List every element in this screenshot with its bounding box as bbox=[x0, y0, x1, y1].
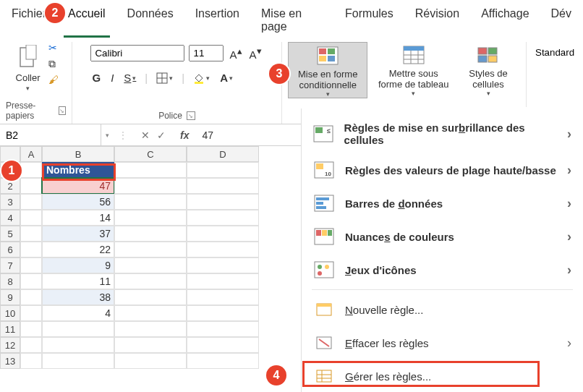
tab-insertion[interactable]: Insertion bbox=[191, 4, 244, 38]
cell-C4[interactable] bbox=[114, 210, 187, 226]
cell-B8[interactable]: 11 bbox=[42, 273, 114, 289]
dialog-launcher-icon[interactable]: ↘ bbox=[187, 111, 195, 120]
cell-C13[interactable] bbox=[114, 353, 187, 369]
cell-D12[interactable] bbox=[187, 337, 259, 353]
cell-D5[interactable] bbox=[187, 226, 259, 242]
cell-D1[interactable] bbox=[187, 162, 259, 178]
cell-A4[interactable] bbox=[20, 210, 42, 226]
cell-C8[interactable] bbox=[114, 273, 187, 289]
underline-button[interactable]: S▾ bbox=[122, 72, 137, 84]
tab-donnees[interactable]: Données bbox=[123, 4, 178, 38]
fill-color-button[interactable]: ▾ bbox=[192, 72, 211, 84]
tab-miseenpage[interactable]: Mise en page bbox=[257, 4, 328, 38]
row-header-5[interactable]: 5 bbox=[0, 226, 20, 242]
borders-button[interactable]: ▾ bbox=[155, 72, 174, 84]
row-header-9[interactable]: 9 bbox=[0, 289, 20, 305]
row-header-11[interactable]: 11 bbox=[0, 321, 20, 337]
cell-B11[interactable] bbox=[42, 321, 114, 337]
cell-B10[interactable]: 4 bbox=[42, 305, 114, 321]
col-header-A[interactable]: A bbox=[20, 146, 42, 162]
cell-A5[interactable] bbox=[20, 226, 42, 242]
row-header-10[interactable]: 10 bbox=[0, 305, 20, 321]
cell-A6[interactable] bbox=[20, 242, 42, 257]
decrease-font-icon[interactable]: A▾ bbox=[248, 46, 263, 61]
cell-D7[interactable] bbox=[187, 257, 259, 273]
row-header-4[interactable]: 4 bbox=[0, 210, 20, 226]
cell-C1[interactable] bbox=[114, 162, 187, 178]
cell-C6[interactable] bbox=[114, 242, 187, 257]
conditional-formatting-button[interactable]: Mise en forme conditionnelle▾ bbox=[288, 42, 367, 98]
row-header-12[interactable]: 12 bbox=[0, 337, 20, 353]
cell-A1[interactable] bbox=[20, 162, 42, 178]
tab-accueil[interactable]: Accueil bbox=[64, 4, 110, 38]
cell-B5[interactable]: 37 bbox=[42, 226, 114, 242]
menu-manage-rules[interactable]: Gérer les règles... bbox=[306, 359, 579, 392]
cell-A9[interactable] bbox=[20, 289, 42, 305]
cell-D13[interactable] bbox=[187, 353, 259, 369]
cell-B3[interactable]: 56 bbox=[42, 194, 114, 210]
cell-C3[interactable] bbox=[114, 194, 187, 210]
row-header-8[interactable]: 8 bbox=[0, 273, 20, 289]
row-header-7[interactable]: 7 bbox=[0, 257, 20, 273]
font-color-button[interactable]: A▾ bbox=[218, 72, 234, 84]
cell-A2[interactable] bbox=[20, 178, 42, 194]
menu-top-bottom-rules[interactable]: 10 Règles des valeurs de plage haute/bas… bbox=[306, 153, 579, 187]
cell-C10[interactable] bbox=[114, 305, 187, 321]
cell-B4[interactable]: 14 bbox=[42, 210, 114, 226]
cell-B1[interactable]: Nombres bbox=[42, 162, 114, 178]
menu-color-scales[interactable]: Nuances de couleurs › bbox=[306, 220, 579, 253]
cell-A12[interactable] bbox=[20, 337, 42, 353]
dialog-launcher-icon[interactable]: ↘ bbox=[59, 106, 66, 115]
cell-styles-button[interactable]: Styles de cellules▾ bbox=[459, 42, 517, 97]
cell-A11[interactable] bbox=[20, 321, 42, 337]
cell-B9[interactable]: 38 bbox=[42, 289, 114, 305]
col-header-D[interactable]: D bbox=[187, 146, 259, 162]
cell-A8[interactable] bbox=[20, 273, 42, 289]
row-header-3[interactable]: 3 bbox=[0, 194, 20, 210]
tab-fichier[interactable]: Fichier bbox=[7, 4, 51, 38]
bold-button[interactable]: G bbox=[90, 72, 102, 84]
cell-D9[interactable] bbox=[187, 289, 259, 305]
cell-C5[interactable] bbox=[114, 226, 187, 242]
font-name-input[interactable] bbox=[90, 45, 184, 61]
cell-D10[interactable] bbox=[187, 305, 259, 321]
tab-revision[interactable]: Révision bbox=[411, 4, 464, 38]
cell-B7[interactable]: 9 bbox=[42, 257, 114, 273]
tab-dev[interactable]: Dév bbox=[547, 4, 576, 38]
cell-B13[interactable] bbox=[42, 353, 114, 369]
cell-D4[interactable] bbox=[187, 210, 259, 226]
cell-D2[interactable] bbox=[187, 178, 259, 194]
menu-data-bars[interactable]: Barres de données › bbox=[306, 187, 579, 220]
enter-icon[interactable]: ✓ bbox=[157, 129, 166, 141]
menu-highlight-rules[interactable]: ≤ Règles de mise en surbrillance des cel… bbox=[306, 114, 579, 153]
cancel-icon[interactable]: ✕ bbox=[141, 129, 150, 141]
menu-new-rule[interactable]: Nouvelle règle... bbox=[306, 293, 579, 326]
copy-icon[interactable]: ⧉ bbox=[48, 58, 59, 71]
italic-button[interactable]: I bbox=[109, 72, 115, 84]
cut-icon[interactable]: ✂ bbox=[48, 42, 59, 55]
col-header-B[interactable]: B bbox=[42, 146, 114, 162]
cell-A13[interactable] bbox=[20, 353, 42, 369]
cell-D3[interactable] bbox=[187, 194, 259, 210]
select-all-corner[interactable] bbox=[0, 146, 20, 162]
row-header-13[interactable]: 13 bbox=[0, 353, 20, 369]
cell-B6[interactable]: 22 bbox=[42, 242, 114, 257]
row-header-6[interactable]: 6 bbox=[0, 242, 20, 257]
font-size-input[interactable] bbox=[189, 45, 224, 61]
cell-A10[interactable] bbox=[20, 305, 42, 321]
cell-B2[interactable]: 47 bbox=[42, 178, 114, 194]
cell-A3[interactable] bbox=[20, 194, 42, 210]
cell-D6[interactable] bbox=[187, 242, 259, 257]
cell-C9[interactable] bbox=[114, 289, 187, 305]
tab-affichage[interactable]: Affichage bbox=[477, 4, 533, 38]
menu-icon-sets[interactable]: Jeux d'icônes › bbox=[306, 253, 579, 286]
cell-C11[interactable] bbox=[114, 321, 187, 337]
menu-clear-rules[interactable]: Effacer les règles › bbox=[306, 326, 579, 359]
fx-icon[interactable]: fx bbox=[174, 129, 195, 141]
cell-C2[interactable] bbox=[114, 178, 187, 194]
cell-C7[interactable] bbox=[114, 257, 187, 273]
name-box[interactable] bbox=[0, 124, 101, 145]
paste-button[interactable]: Coller ▾ bbox=[13, 42, 43, 95]
number-format-select[interactable] bbox=[535, 47, 577, 58]
cell-D11[interactable] bbox=[187, 321, 259, 337]
